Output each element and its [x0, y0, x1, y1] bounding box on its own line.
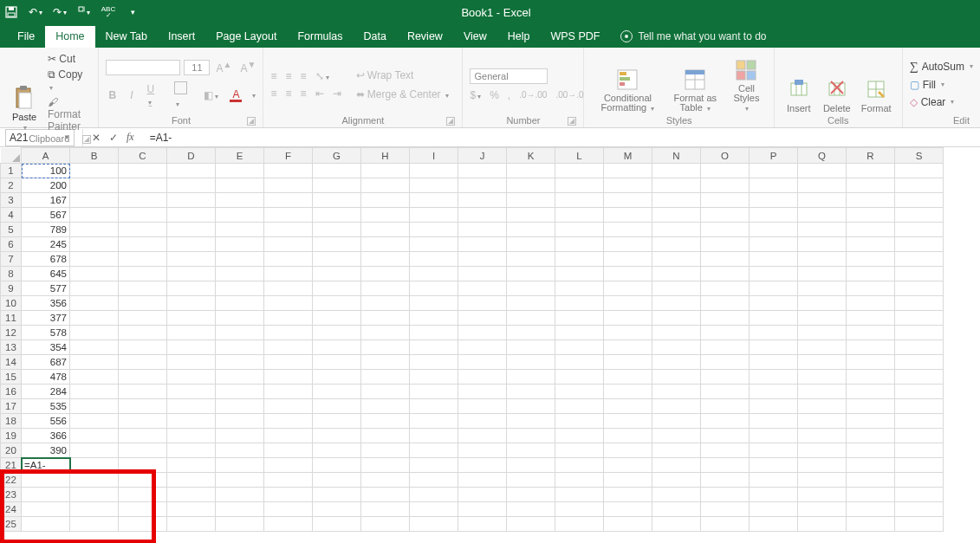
cell-L24[interactable] [555, 502, 604, 517]
tab-formulas[interactable]: Formulas [287, 26, 353, 48]
cell-J3[interactable] [458, 193, 507, 208]
cell-G8[interactable] [313, 267, 361, 281]
cell-H16[interactable] [361, 385, 410, 399]
cell-J4[interactable] [458, 208, 507, 223]
cell-E2[interactable] [216, 178, 264, 193]
cell-M9[interactable] [604, 281, 652, 296]
cell-J9[interactable] [458, 281, 507, 296]
cell-Q11[interactable] [798, 311, 847, 326]
row-header-16[interactable]: 16 [1, 385, 22, 399]
row-header-13[interactable]: 13 [1, 340, 22, 355]
row-header-23[interactable]: 23 [1, 488, 22, 502]
font-color-button[interactable]: A [230, 89, 242, 102]
cell-G3[interactable] [313, 193, 361, 208]
cell-K24[interactable] [507, 502, 555, 517]
cell-H13[interactable] [361, 340, 410, 355]
delete-cells-button[interactable]: Delete [820, 50, 854, 115]
cell-N20[interactable] [652, 443, 701, 458]
clear-button[interactable]: ◇ Clear ▾ [910, 95, 973, 109]
cell-F17[interactable] [264, 399, 313, 414]
cell-M21[interactable] [604, 458, 652, 473]
wrap-text-button[interactable]: ↩ Wrap Text [354, 68, 451, 82]
cell-A8[interactable]: 645 [22, 267, 70, 281]
cell-Q16[interactable] [798, 385, 847, 399]
cell-G10[interactable] [313, 296, 361, 311]
cell-N19[interactable] [652, 429, 701, 443]
cell-M24[interactable] [604, 502, 652, 517]
cell-E16[interactable] [216, 385, 264, 399]
cell-C15[interactable] [119, 370, 167, 385]
cell-B21[interactable] [70, 458, 119, 473]
cell-F24[interactable] [264, 502, 313, 517]
cell-L22[interactable] [555, 473, 604, 488]
cell-J10[interactable] [458, 296, 507, 311]
cell-K6[interactable] [507, 237, 555, 252]
cell-S6[interactable] [895, 237, 944, 252]
cell-B5[interactable] [70, 223, 119, 237]
cell-I10[interactable] [410, 296, 458, 311]
cell-F3[interactable] [264, 193, 313, 208]
cell-R1[interactable] [847, 164, 895, 178]
cell-H25[interactable] [361, 517, 410, 532]
tab-data[interactable]: Data [353, 26, 396, 48]
cell-G15[interactable] [313, 370, 361, 385]
cell-K18[interactable] [507, 414, 555, 429]
cell-P12[interactable] [750, 326, 798, 340]
cell-L12[interactable] [555, 326, 604, 340]
cell-S7[interactable] [895, 252, 944, 267]
cell-E11[interactable] [216, 311, 264, 326]
cell-H10[interactable] [361, 296, 410, 311]
column-header-L[interactable]: L [555, 148, 604, 164]
cell-D16[interactable] [167, 385, 216, 399]
cell-G4[interactable] [313, 208, 361, 223]
cell-H22[interactable] [361, 473, 410, 488]
cell-A18[interactable]: 556 [22, 414, 70, 429]
cell-K15[interactable] [507, 370, 555, 385]
cell-B15[interactable] [70, 370, 119, 385]
row-header-3[interactable]: 3 [1, 193, 22, 208]
row-header-11[interactable]: 11 [1, 311, 22, 326]
cell-K22[interactable] [507, 473, 555, 488]
cell-P15[interactable] [750, 370, 798, 385]
cell-D10[interactable] [167, 296, 216, 311]
cell-I25[interactable] [410, 517, 458, 532]
cell-A4[interactable]: 567 [22, 208, 70, 223]
cell-R18[interactable] [847, 414, 895, 429]
cell-E22[interactable] [216, 473, 264, 488]
cell-C7[interactable] [119, 252, 167, 267]
cell-O9[interactable] [701, 281, 750, 296]
cell-styles-button[interactable]: Cell Styles ▾ [726, 50, 767, 115]
cell-O14[interactable] [701, 355, 750, 370]
cell-E21[interactable] [216, 458, 264, 473]
cell-M10[interactable] [604, 296, 652, 311]
cell-Q4[interactable] [798, 208, 847, 223]
cell-D7[interactable] [167, 252, 216, 267]
cell-M6[interactable] [604, 237, 652, 252]
copy-button[interactable]: ⧉ Copy ▾ [45, 68, 91, 94]
cell-R17[interactable] [847, 399, 895, 414]
cell-H15[interactable] [361, 370, 410, 385]
cell-L19[interactable] [555, 429, 604, 443]
cell-Q21[interactable] [798, 458, 847, 473]
cell-L16[interactable] [555, 385, 604, 399]
cell-Q8[interactable] [798, 267, 847, 281]
cell-C18[interactable] [119, 414, 167, 429]
cell-G6[interactable] [313, 237, 361, 252]
fx-icon[interactable]: fx [127, 131, 134, 144]
bold-button[interactable]: B [106, 88, 119, 102]
increase-indent-icon[interactable]: ⇥ [333, 87, 341, 100]
cell-D4[interactable] [167, 208, 216, 223]
cell-I13[interactable] [410, 340, 458, 355]
cell-G11[interactable] [313, 311, 361, 326]
cell-P10[interactable] [750, 296, 798, 311]
cell-E4[interactable] [216, 208, 264, 223]
cell-N18[interactable] [652, 414, 701, 429]
row-header-8[interactable]: 8 [1, 267, 22, 281]
cell-M8[interactable] [604, 267, 652, 281]
row-header-7[interactable]: 7 [1, 252, 22, 267]
cell-M15[interactable] [604, 370, 652, 385]
cell-Q13[interactable] [798, 340, 847, 355]
formula-cancel-icon[interactable]: ✕ [92, 132, 101, 144]
cell-G5[interactable] [313, 223, 361, 237]
cell-S5[interactable] [895, 223, 944, 237]
